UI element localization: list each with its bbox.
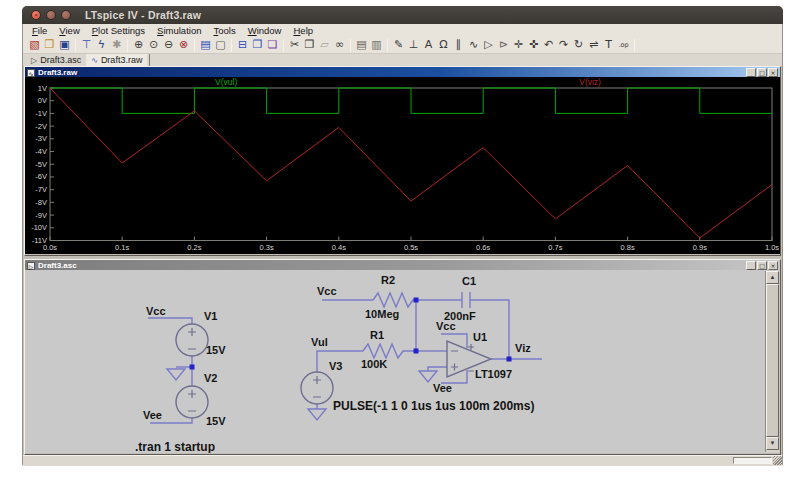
component-name-r1: R1 bbox=[370, 329, 384, 341]
print-icon[interactable]: ▤ bbox=[354, 38, 369, 53]
y-tick-label: -4V bbox=[35, 147, 47, 156]
waveform-maximize-button[interactable]: □ bbox=[757, 68, 767, 77]
menu-item-file[interactable]: File bbox=[26, 25, 53, 36]
schematic-maximize-button[interactable]: □ bbox=[757, 261, 767, 270]
open-icon[interactable]: ❒ bbox=[42, 38, 57, 53]
resistor-icon[interactable]: Ω bbox=[436, 38, 451, 53]
component-value-v3: PULSE(-1 1 0 1us 1us 100m 200ms) bbox=[333, 399, 534, 413]
new-schematic-icon[interactable]: ▧ bbox=[27, 38, 42, 53]
paste-icon[interactable]: ▱ bbox=[317, 38, 332, 53]
waveform-window-title: Draft3.raw bbox=[38, 68, 77, 77]
diode-icon[interactable]: ▷ bbox=[481, 38, 496, 53]
scrollbar-thumb[interactable] bbox=[766, 284, 779, 437]
zoom-back-icon[interactable]: ⊙ bbox=[146, 38, 161, 53]
component-name-v1: V1 bbox=[204, 310, 217, 322]
trace-label-V(viz)[interactable]: V(viz) bbox=[579, 77, 601, 87]
wire-icon[interactable]: ✎ bbox=[391, 38, 406, 53]
schematic-canvas[interactable]: VccV115VV2Vee15V.tran 1 startupVulV3R110… bbox=[25, 270, 764, 453]
window-maximize-button[interactable] bbox=[61, 10, 71, 20]
x-tick-label: 0.5s bbox=[404, 243, 418, 252]
spice-directive-icon[interactable]: .op bbox=[616, 38, 631, 53]
menu-item-plot-settings[interactable]: Plot Settings bbox=[86, 25, 151, 36]
component-value-v2: 15V bbox=[206, 415, 226, 427]
spice-netlist-icon[interactable]: ▤ bbox=[198, 38, 213, 53]
x-tick-label: 0.9s bbox=[693, 243, 707, 252]
menu-item-view[interactable]: View bbox=[53, 25, 85, 36]
y-tick-label: -10V bbox=[31, 223, 47, 232]
menu-bar: FileViewPlot SettingsSimulationToolsWind… bbox=[23, 24, 782, 37]
save-icon[interactable]: ▣ bbox=[57, 38, 72, 53]
schematic-text-labels: VccV115VV2Vee15V.tran 1 startupVulV3R110… bbox=[135, 274, 534, 453]
rotate-icon[interactable]: ↻ bbox=[571, 38, 586, 53]
find-icon[interactable]: ∞ bbox=[332, 38, 347, 53]
spice-directive-tran: .tran 1 startup bbox=[135, 440, 215, 453]
inductor-icon[interactable]: ∿ bbox=[466, 38, 481, 53]
scroll-up-button[interactable]: ▲ bbox=[766, 271, 779, 284]
component-icon[interactable]: ⊳ bbox=[496, 38, 511, 53]
net-label-vcc-r2: Vcc bbox=[317, 285, 337, 297]
schematic-window-icon: ▷ bbox=[27, 262, 35, 270]
ground-symbol bbox=[308, 409, 326, 420]
waveform-minimize-button[interactable]: _ bbox=[746, 68, 756, 77]
app-titlebar[interactable]: × LTspice IV - Draft3.raw bbox=[22, 6, 783, 24]
select-region-icon[interactable]: ▢ bbox=[213, 38, 228, 53]
redo-icon[interactable]: ↷ bbox=[556, 38, 571, 53]
waveform-window-icon: ∿ bbox=[27, 69, 35, 77]
tile-vertical-icon[interactable]: ❏ bbox=[265, 38, 280, 53]
zoom-out-icon[interactable]: ⊖ bbox=[161, 38, 176, 53]
schematic-minimize-button[interactable]: _ bbox=[746, 261, 756, 270]
menu-item-simulation[interactable]: Simulation bbox=[151, 25, 207, 36]
tile-windows-icon[interactable]: ⊟ bbox=[235, 38, 250, 53]
y-tick-label: -8V bbox=[35, 198, 47, 207]
x-tick-label: 0.0s bbox=[43, 243, 57, 252]
window-minimize-button[interactable] bbox=[46, 10, 56, 20]
ground-symbol bbox=[419, 371, 437, 382]
waveform-close-button[interactable]: × bbox=[768, 68, 778, 77]
waveform-plot-area[interactable]: 1V0V-1V-2V-3V-4V-5V-6V-7V-8V-9V-10V-11V0… bbox=[25, 77, 780, 254]
print-preview-icon[interactable]: ▥ bbox=[369, 38, 384, 53]
resize-grip[interactable] bbox=[773, 456, 782, 465]
move-icon[interactable]: ✛ bbox=[511, 38, 526, 53]
window-title: LTspice IV - Draft3.raw bbox=[85, 9, 201, 21]
cut-icon[interactable]: ✂ bbox=[287, 38, 302, 53]
component-value-r1: 100K bbox=[361, 358, 387, 370]
status-inset-panel bbox=[733, 457, 772, 464]
x-tick-label: 0.6s bbox=[476, 243, 490, 252]
copy-icon[interactable]: ❐ bbox=[302, 38, 317, 53]
zoom-full-extents-icon[interactable]: ⊗ bbox=[176, 38, 191, 53]
capacitor-icon[interactable]: ∥ bbox=[451, 38, 466, 53]
halt-icon[interactable]: ✱ bbox=[109, 38, 124, 53]
run-icon[interactable]: ϟ bbox=[94, 38, 109, 53]
scroll-down-button[interactable]: ▼ bbox=[766, 437, 779, 450]
tab-draft3.asc[interactable]: ▷Draft3.asc bbox=[26, 54, 86, 66]
trace-V(vul)[interactable] bbox=[50, 88, 772, 113]
undo-icon[interactable]: ↶ bbox=[541, 38, 556, 53]
tab-bar: ▷Draft3.asc∿Draft3.raw bbox=[23, 54, 782, 66]
net-label-vee-v2: Vee bbox=[143, 409, 162, 421]
zoom-in-icon[interactable]: ⊕ bbox=[131, 38, 146, 53]
schematic-close-button[interactable]: × bbox=[768, 261, 778, 270]
menu-item-window[interactable]: Window bbox=[242, 25, 288, 36]
ground-icon[interactable]: ⊥ bbox=[406, 38, 421, 53]
net-label-vcc-v1: Vcc bbox=[146, 305, 166, 317]
tab-draft3.raw[interactable]: ∿Draft3.raw bbox=[86, 54, 147, 66]
toolbar-separator bbox=[194, 39, 195, 52]
drag-icon[interactable]: ✜ bbox=[526, 38, 541, 53]
menu-item-tools[interactable]: Tools bbox=[207, 25, 241, 36]
schematic-vscrollbar[interactable]: ▲ ▼ bbox=[765, 271, 779, 452]
schematic-window-title: Draft3.asc bbox=[38, 261, 77, 270]
component-name-r2: R2 bbox=[381, 274, 395, 286]
component-name-u1: U1 bbox=[473, 331, 487, 343]
cascade-windows-icon[interactable]: ❐ bbox=[250, 38, 265, 53]
trace-label-V(vul)[interactable]: V(vul) bbox=[215, 77, 237, 87]
mirror-icon[interactable]: ⇌ bbox=[586, 38, 601, 53]
text-icon[interactable]: T bbox=[601, 38, 616, 53]
label-net-icon[interactable]: A bbox=[421, 38, 436, 53]
y-tick-label: -5V bbox=[35, 160, 47, 169]
menu-item-help[interactable]: Help bbox=[287, 25, 319, 36]
control-panel-icon[interactable]: ⊤ bbox=[79, 38, 94, 53]
tab-divider bbox=[149, 54, 150, 66]
waveform-plot[interactable]: 1V0V-1V-2V-3V-4V-5V-6V-7V-8V-9V-10V-11V0… bbox=[25, 77, 780, 254]
y-tick-label: -1V bbox=[35, 109, 47, 118]
window-close-button[interactable]: × bbox=[31, 10, 41, 20]
